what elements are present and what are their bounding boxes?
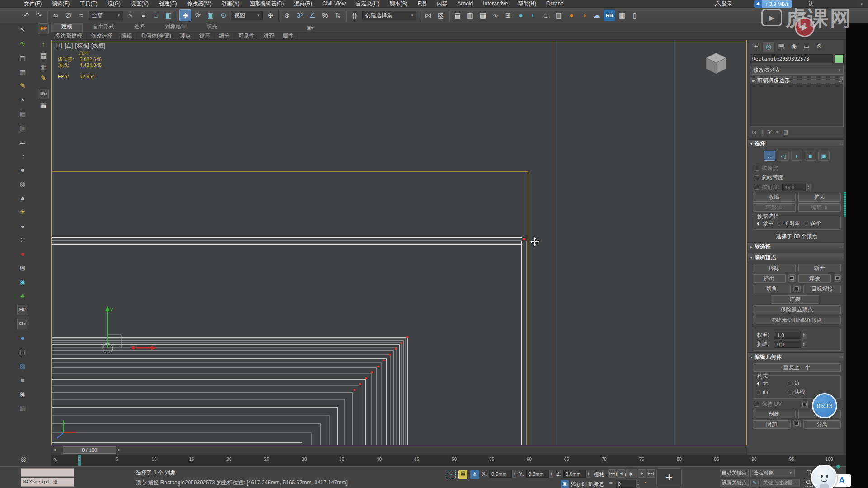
modifier-list-dropdown[interactable]: 修改器列表 ▾ <box>750 66 844 75</box>
dock-teal-sphere-icon[interactable]: ◉ <box>17 277 28 287</box>
ribbon-sub-modify-selection[interactable]: 修改选择 <box>87 33 117 39</box>
frame-step-icon[interactable]: ◀▶ <box>608 481 613 485</box>
menu-animation[interactable]: 动画(A) <box>217 0 245 7</box>
dock-rc-icon[interactable]: Rc <box>38 89 49 99</box>
repeat-last-button[interactable]: 重复上一个 <box>753 363 841 372</box>
auto-key-button[interactable]: 自动关键点 <box>720 469 749 477</box>
dock-material-red-icon[interactable]: ● <box>17 249 28 259</box>
play-animation-icon[interactable]: ▶ <box>626 469 637 478</box>
unlink-selection-icon[interactable]: ∅ <box>62 9 74 21</box>
target-weld-button[interactable]: 目标焊接 <box>803 285 841 293</box>
menu-graph-editors[interactable]: 图形编辑器(D) <box>245 0 289 7</box>
edge-subobject-icon[interactable]: ◁ <box>778 151 789 161</box>
menu-help[interactable]: 帮助(H) <box>513 0 542 7</box>
toggle-scene-explorer-icon[interactable]: ▤ <box>452 9 463 21</box>
crease-field[interactable]: 0.0 <box>775 341 801 348</box>
spinner-snap-icon[interactable]: ⇅ <box>332 9 344 21</box>
select-and-move-icon[interactable]: ✥ <box>179 9 191 21</box>
extra-tool-icon-1[interactable]: ▣ <box>616 9 628 21</box>
ribbon-sub-polygon-modeling[interactable]: 多边形建模 <box>51 33 87 39</box>
by-vertex-checkbox[interactable] <box>755 166 760 171</box>
shrink-button[interactable]: 收缩 <box>753 193 796 202</box>
key-brush-icon[interactable]: ✎ <box>750 479 759 487</box>
use-pivot-point-icon[interactable]: ⊕ <box>264 9 276 21</box>
selection-lock-icon[interactable] <box>458 470 467 479</box>
dock-eye-icon[interactable]: ◉ <box>17 389 28 399</box>
extra-tool-icon-2[interactable]: ▯ <box>629 9 641 21</box>
angle-snap-icon[interactable]: ∠ <box>307 9 318 21</box>
go-to-start-icon[interactable]: |◀◀ <box>608 469 616 478</box>
select-and-place-icon[interactable]: ⊙ <box>217 9 229 21</box>
render-setup-icon[interactable]: ♨ <box>540 9 552 21</box>
maxscript-mini-listener-label[interactable]: MAXScript 迷 <box>21 478 74 487</box>
y-spinner[interactable]: ▲▼ <box>549 470 553 478</box>
toggle-ribbon-icon[interactable]: ▦ <box>477 9 489 21</box>
attach-button[interactable]: 附加 <box>753 420 791 429</box>
trackbar-curve-icon[interactable]: ∿ <box>53 456 58 463</box>
ribbon-sub-align[interactable]: 对齐 <box>259 33 278 39</box>
preserve-uv-checkbox[interactable] <box>755 402 760 407</box>
dock-rectangle-icon[interactable]: ▭ <box>17 136 28 147</box>
window-crossing-icon[interactable]: ◧ <box>163 9 175 21</box>
z-spinner[interactable]: ▲▼ <box>586 470 590 478</box>
remove-button[interactable]: 移除 <box>753 264 796 272</box>
attach-settings-icon[interactable] <box>793 420 801 427</box>
redo-icon[interactable]: ↷ <box>33 9 45 21</box>
ring-button[interactable]: 环形 ⇕ <box>753 203 796 212</box>
select-object-icon[interactable]: ↖ <box>125 9 137 21</box>
menu-octane[interactable]: Octane <box>541 0 569 7</box>
dock-sphere-icon[interactable]: ● <box>17 164 28 175</box>
motion-tab-icon[interactable]: ◉ <box>788 42 800 52</box>
angle-spinner[interactable]: ▲▼ <box>806 184 811 191</box>
rendered-frame-icon[interactable]: ▥ <box>553 9 565 21</box>
chamfer-settings-icon[interactable] <box>793 285 801 292</box>
selection-filter-dropdown[interactable]: 全部▾ <box>89 11 123 20</box>
menu-scripting[interactable]: 脚本(S) <box>384 0 412 7</box>
dock-document-icon[interactable]: ▤ <box>17 52 28 63</box>
rectangular-selection-region-icon[interactable]: □ <box>150 9 162 21</box>
rollout-edit-vertices-header[interactable]: ▾ 编辑顶点 ∷ <box>747 253 846 262</box>
break-button[interactable]: 断开 <box>798 264 841 272</box>
dock-geosphere-icon[interactable]: ◒ <box>17 221 28 231</box>
angle-field[interactable]: 45.0 <box>782 184 806 191</box>
hierarchy-tab-icon[interactable]: ▤ <box>775 42 787 52</box>
display-tab-icon[interactable]: ▭ <box>801 42 812 52</box>
viewcube[interactable] <box>706 53 726 74</box>
menu-create[interactable]: 创建(C) <box>154 0 182 7</box>
dock-select-icon[interactable]: ↖ <box>17 24 28 35</box>
detach-button[interactable]: 分离 <box>803 420 841 429</box>
dock-pencil-icon[interactable]: ✎ <box>38 73 49 84</box>
dock-cone-icon[interactable]: ▲ <box>17 192 28 203</box>
go-to-end-icon[interactable]: ▶▶| <box>647 469 655 478</box>
rb-renderer-icon[interactable]: RB <box>604 9 615 21</box>
curve-editor-icon[interactable]: ∿ <box>490 9 501 21</box>
grow-button[interactable]: 扩大 <box>798 193 841 202</box>
extrude-button[interactable]: 挤出 <box>753 274 786 283</box>
select-and-manipulate-icon[interactable]: ⊛ <box>281 9 293 21</box>
menu-civil-view[interactable]: Civil View <box>317 0 351 7</box>
menu-modifiers[interactable]: 修改器(M) <box>182 0 217 7</box>
viewport-standard-label[interactable]: [标准] <box>75 42 89 50</box>
track-bar[interactable]: ∿ 05101520253035404550556065707580859095… <box>51 455 846 466</box>
current-frame-field[interactable]: 0 <box>616 480 636 488</box>
ribbon-sub-loops[interactable]: 循环 <box>195 33 215 39</box>
y-coord-field[interactable]: 0.0mm <box>526 470 549 478</box>
axis-gizmo[interactable]: y <box>103 306 156 353</box>
viewport-canvas[interactable]: [+][左][标准][线框] 总计 多边形:5,082,646 顶点:4,424… <box>51 40 747 445</box>
key-selection-dropdown[interactable]: 选定对象▾ <box>750 469 795 477</box>
x-coord-field[interactable]: 0.0mm <box>489 470 512 478</box>
modifier-stack[interactable]: ▶ 可编辑多边形 ∷ <box>750 76 844 127</box>
dock-light-icon[interactable]: ☀ <box>17 206 28 217</box>
dock-target-icon[interactable]: ◎ <box>18 454 29 465</box>
ribbon-sub-geometry-all[interactable]: 几何体(全部) <box>137 33 176 39</box>
dock-ox-icon[interactable]: Ox <box>17 319 28 329</box>
dock-cube-icon[interactable]: ■ <box>17 375 28 385</box>
menu-erender[interactable]: E渲 <box>412 0 431 7</box>
expand-icon[interactable]: ▶ <box>752 79 755 83</box>
dock-blue-ring-icon[interactable]: ◎ <box>17 361 28 371</box>
polygon-subobject-icon[interactable]: ■ <box>805 151 816 161</box>
frame-spinner[interactable]: ▲▼ <box>636 480 640 488</box>
dock-utility-icon[interactable]: ⊠ <box>17 263 28 273</box>
remove-modifier-icon[interactable]: × <box>776 129 779 136</box>
menu-customize[interactable]: 自定义(U) <box>351 0 385 7</box>
